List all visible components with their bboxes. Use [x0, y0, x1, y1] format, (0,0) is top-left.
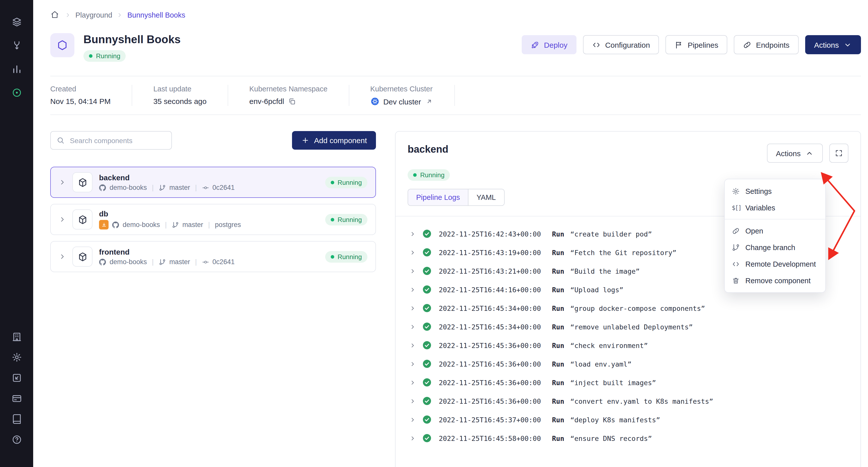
endpoints-label: Endpoints — [756, 40, 789, 49]
branch-name: master — [169, 258, 190, 266]
open-cluster-button[interactable] — [425, 97, 433, 105]
component-status-badge: Running — [325, 251, 367, 262]
organization-icon — [11, 331, 22, 342]
copy-namespace-button[interactable] — [288, 97, 296, 105]
log-command: “inject built images” — [570, 378, 656, 387]
search-icon — [56, 136, 65, 145]
component-row-backend[interactable]: backend demo-books | master | 0c2641 — [50, 167, 376, 198]
tab-pipeline-logs[interactable]: Pipeline Logs — [408, 189, 468, 205]
meta-label: Last update — [153, 85, 207, 93]
component-row-db[interactable]: db demo-books | master | postgres — [50, 204, 376, 235]
environment-logo — [50, 33, 74, 57]
log-row[interactable]: 2022-11-25T16:45:34+00:00 Run “remove un… — [410, 318, 848, 336]
trash-icon — [732, 276, 740, 285]
log-row[interactable]: 2022-11-25T16:45:36+00:00 Run “convert e… — [410, 392, 848, 410]
meta-cluster: Kubernetes Cluster Dev cluster — [370, 85, 455, 106]
fullscreen-button[interactable] — [829, 144, 848, 163]
component-actions-button[interactable]: Actions — [767, 144, 823, 163]
configuration-button[interactable]: Configuration — [583, 35, 659, 54]
pipelines-button[interactable]: Pipelines — [665, 35, 727, 54]
endpoints-button[interactable]: Endpoints — [734, 35, 798, 54]
component-icon-box — [72, 209, 92, 230]
log-expand-chevron[interactable] — [410, 379, 418, 386]
expand-chevron[interactable] — [59, 179, 66, 186]
menu-item-remote-development[interactable]: Remote Development — [725, 256, 825, 272]
log-expand-chevron[interactable] — [410, 435, 418, 441]
sidebar-item-docs[interactable] — [9, 411, 24, 426]
detail-title: backend — [408, 144, 450, 155]
sidebar-item-organization[interactable] — [9, 329, 24, 344]
sidebar-item-help[interactable] — [9, 432, 24, 447]
sidebar-item-status[interactable] — [9, 85, 24, 100]
component-info: frontend demo-books | master | 0c2641 — [99, 247, 235, 266]
breadcrumb-playground[interactable]: Playground — [75, 11, 112, 19]
log-timestamp: 2022-11-25T16:45:36+00:00 — [439, 397, 541, 405]
log-row[interactable]: 2022-11-25T16:45:36+00:00 Run “load env.… — [410, 355, 848, 373]
log-expand-chevron[interactable] — [410, 324, 418, 330]
add-component-button[interactable]: Add component — [292, 131, 376, 149]
status-dot — [331, 255, 334, 258]
component-row-frontend[interactable]: frontend demo-books | master | 0c2641 — [50, 241, 376, 272]
menu-item-open[interactable]: Open — [725, 223, 825, 239]
sidebar-item-environments[interactable] — [9, 14, 24, 29]
meta-namespace: Kubernetes Namespace env-6pcfdl — [249, 85, 349, 106]
env-actions-button[interactable]: Actions — [805, 35, 861, 54]
menu-item-label: Variables — [745, 204, 775, 212]
actions-label: Actions — [814, 40, 839, 49]
expand-chevron[interactable] — [59, 253, 66, 260]
meta-value: 35 seconds ago — [153, 97, 207, 105]
deploy-button[interactable]: Deploy — [522, 35, 577, 54]
branch-name: master — [182, 221, 203, 229]
home-button[interactable] — [50, 10, 60, 20]
log-expand-chevron[interactable] — [410, 287, 418, 293]
status-label: Running — [338, 253, 362, 260]
log-row[interactable]: 2022-11-25T16:45:36+00:00 Run “check env… — [410, 336, 848, 355]
sidebar-item-audit[interactable] — [9, 370, 24, 385]
sidebar-item-settings[interactable] — [9, 349, 24, 365]
log-expand-chevron[interactable] — [410, 305, 418, 311]
search-input[interactable] — [50, 131, 172, 149]
gear-icon — [11, 352, 22, 362]
log-row[interactable]: 2022-11-25T16:45:36+00:00 Run “inject bu… — [410, 373, 848, 392]
log-expand-chevron[interactable] — [410, 249, 418, 255]
log-expand-chevron[interactable] — [410, 342, 418, 348]
log-row[interactable]: 2022-11-25T16:45:58+00:00 Run “ensure DN… — [410, 429, 848, 447]
git-commit-icon — [202, 258, 209, 265]
menu-item-label: Settings — [745, 187, 772, 195]
detail-tabs: Pipeline Logs YAML — [408, 189, 504, 206]
status-dot — [413, 173, 417, 177]
hexagon-icon — [56, 39, 68, 51]
sidebar-item-billing[interactable] — [9, 391, 24, 406]
menu-item-variables[interactable]: $[] Variables — [725, 199, 825, 216]
check-circle-icon — [422, 285, 432, 294]
chevron-right-icon — [410, 361, 416, 367]
separator: | — [195, 258, 197, 266]
external-link-icon — [425, 97, 433, 105]
sidebar-item-pipelines[interactable] — [9, 38, 24, 53]
meta-label: Kubernetes Cluster — [370, 85, 433, 93]
tab-yaml[interactable]: YAML — [468, 189, 504, 205]
sidebar — [0, 0, 33, 467]
log-row[interactable]: 2022-11-25T16:45:34+00:00 Run “group doc… — [410, 299, 848, 318]
branch-name: master — [169, 184, 190, 191]
environment-actions: Deploy Configuration Pipelines Endpoints… — [522, 35, 861, 54]
menu-item-change-branch[interactable]: Change branch — [725, 239, 825, 256]
expand-chevron[interactable] — [59, 216, 66, 223]
separator: | — [208, 221, 210, 229]
log-timestamp: 2022-11-25T16:45:58+00:00 — [439, 434, 541, 442]
log-expand-chevron[interactable] — [410, 416, 418, 423]
sidebar-item-metrics[interactable] — [9, 61, 24, 76]
menu-item-remove-component[interactable]: Remove component — [725, 272, 825, 289]
menu-item-settings[interactable]: Settings — [725, 183, 825, 199]
check-circle-icon — [422, 415, 432, 424]
check-circle-icon — [422, 322, 432, 331]
download-arrow-icon — [101, 222, 107, 228]
log-expand-chevron[interactable] — [410, 398, 418, 404]
log-expand-chevron[interactable] — [410, 268, 418, 274]
log-expand-chevron[interactable] — [410, 361, 418, 367]
status-label: Running — [338, 216, 362, 223]
log-row[interactable]: 2022-11-25T16:45:37+00:00 Run “deploy K8… — [410, 410, 848, 429]
breadcrumb-current[interactable]: Bunnyshell Books — [127, 11, 185, 19]
sidebar-top-group — [9, 14, 24, 100]
log-expand-chevron[interactable] — [410, 231, 418, 237]
